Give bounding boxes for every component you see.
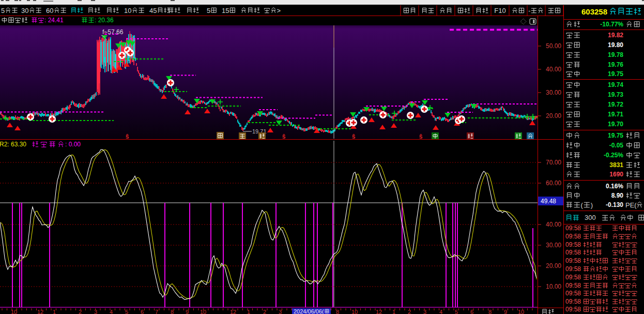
svg-text:PE(: PE( (625, 201, 637, 209)
svg-text:F10: F10 (494, 7, 505, 14)
svg-text:12: 12 (37, 309, 43, 314)
svg-text:70.00: 70.00 (546, 159, 561, 166)
svg-text:60.00: 60.00 (546, 180, 561, 187)
svg-text:7: 7 (155, 309, 158, 314)
svg-text:1: 1 (247, 309, 250, 314)
svg-text:3: 3 (94, 309, 97, 314)
svg-text:-: - (528, 7, 530, 14)
svg-text:40.00: 40.00 (546, 221, 561, 228)
svg-text:19.80: 19.80 (608, 41, 623, 49)
svg-text:10.00: 10.00 (546, 283, 561, 290)
svg-text:20.00: 20.00 (546, 112, 561, 119)
svg-text:8: 8 (488, 309, 492, 314)
svg-text:30: 30 (21, 7, 28, 14)
svg-text:12: 12 (376, 309, 382, 314)
svg-text:8: 8 (336, 309, 339, 314)
svg-text:: 20.36: : 20.36 (95, 17, 114, 24)
svg-text:(: ( (581, 201, 584, 209)
svg-text:6: 6 (470, 309, 473, 314)
svg-text:19.70: 19.70 (608, 121, 623, 128)
svg-text:19.76: 19.76 (608, 61, 623, 68)
svg-text:09:58: 09:58 (565, 298, 581, 305)
svg-text:19.75: 19.75 (608, 70, 623, 78)
svg-text:09:58: 09:58 (565, 306, 581, 313)
svg-text:1: 1 (392, 309, 395, 314)
svg-text:ŝ: ŝ (352, 133, 356, 140)
svg-text:30.00: 30.00 (546, 89, 561, 96)
svg-text:45: 45 (149, 7, 157, 14)
svg-text:603258: 603258 (581, 7, 607, 16)
svg-text:20.00: 20.00 (546, 262, 561, 270)
svg-text:ŝ: ŝ (126, 133, 129, 140)
svg-text:19.72: 19.72 (608, 101, 623, 108)
svg-text:8: 8 (171, 309, 174, 314)
svg-text:19.74: 19.74 (608, 81, 623, 88)
svg-text:: 0.00: : 0.00 (65, 141, 81, 148)
svg-text:09:58: 09:58 (565, 257, 581, 264)
svg-text:19.78: 19.78 (608, 51, 623, 58)
svg-text:-0.130: -0.130 (606, 201, 623, 208)
svg-text:-10.77%: -10.77% (600, 21, 623, 28)
svg-text:09:58: 09:58 (565, 241, 581, 248)
svg-text:): ) (591, 201, 593, 209)
svg-text:10: 10 (11, 309, 17, 314)
svg-text:10: 10 (518, 309, 524, 314)
svg-text:ŝ: ŝ (419, 133, 423, 140)
svg-text:5: 5 (455, 309, 458, 314)
svg-text:10: 10 (124, 7, 131, 14)
svg-text:09:58: 09:58 (565, 233, 581, 240)
svg-text:9: 9 (504, 309, 507, 314)
svg-text:9: 9 (186, 309, 189, 314)
svg-text:50.00: 50.00 (546, 42, 561, 50)
svg-text:3: 3 (279, 309, 282, 314)
svg-text:f~57.66: f~57.66 (102, 28, 124, 36)
svg-text:40.00: 40.00 (546, 66, 561, 73)
svg-text:300: 300 (585, 214, 596, 221)
svg-text:19.75: 19.75 (608, 132, 623, 139)
svg-text:2: 2 (408, 309, 411, 314)
svg-text:5: 5 (125, 309, 128, 314)
svg-text:09:58: 09:58 (565, 265, 581, 273)
svg-text:3: 3 (423, 309, 426, 314)
svg-text:0.16%: 0.16% (606, 183, 623, 190)
svg-text:09:58: 09:58 (565, 249, 581, 256)
svg-text:09:58: 09:58 (565, 290, 581, 297)
svg-text:4: 4 (110, 309, 113, 314)
svg-text:19.82: 19.82 (608, 32, 623, 39)
svg-text:ŝ: ŝ (282, 133, 286, 140)
svg-text:60: 60 (46, 7, 53, 14)
svg-text:1: 1 (53, 309, 56, 314)
svg-text:2: 2 (79, 309, 82, 314)
svg-text:30.00: 30.00 (546, 242, 561, 249)
svg-text:R2: 63.30: R2: 63.30 (0, 141, 26, 148)
svg-text:09:58: 09:58 (565, 274, 581, 281)
svg-text:49.48: 49.48 (541, 198, 556, 205)
svg-text:10: 10 (200, 309, 206, 314)
svg-text:10: 10 (351, 309, 358, 314)
svg-text:3831: 3831 (609, 161, 623, 169)
svg-text:-0.25%: -0.25% (604, 152, 623, 159)
svg-text:2024/06/06(: 2024/06/06( (294, 308, 324, 314)
svg-text:>: > (277, 7, 281, 14)
svg-text:09:58: 09:58 (565, 282, 581, 289)
svg-text:6: 6 (141, 309, 144, 314)
svg-text:1690: 1690 (609, 171, 623, 178)
svg-text:: 24.41: : 24.41 (44, 17, 64, 24)
svg-text:12: 12 (230, 309, 236, 314)
svg-text:2: 2 (263, 309, 266, 314)
svg-text:09:58: 09:58 (565, 225, 581, 232)
svg-text:5: 5 (207, 7, 210, 14)
svg-text:5: 5 (1, 7, 5, 14)
svg-text:15: 15 (222, 7, 229, 14)
svg-text:8.90: 8.90 (611, 192, 624, 199)
svg-text:19.73: 19.73 (608, 91, 623, 98)
svg-text:19.71: 19.71 (608, 111, 623, 118)
svg-text:4: 4 (439, 309, 442, 314)
svg-text:-0.05: -0.05 (609, 142, 624, 149)
